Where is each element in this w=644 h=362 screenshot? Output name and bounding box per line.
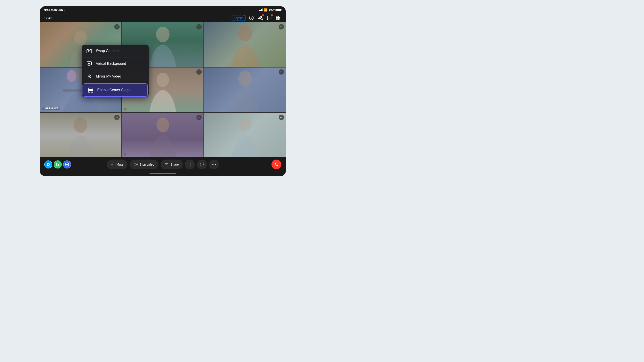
toolbar: Mute Stop video Share	[40, 157, 286, 172]
battery-percent: 100%	[269, 8, 276, 11]
share-button[interactable]: Share	[160, 160, 183, 169]
swap-camera-icon	[86, 48, 92, 54]
participants-badge	[262, 14, 264, 16]
toolbar-center-buttons: Mute Stop video Share	[107, 160, 219, 169]
svg-point-20	[88, 50, 90, 52]
end-call-button[interactable]	[272, 160, 281, 169]
share-icon	[164, 162, 168, 166]
header-controls: Layout	[231, 15, 281, 21]
mirror-icon	[86, 73, 92, 79]
svg-rect-23	[88, 88, 90, 90]
grid-layout-button[interactable]	[275, 15, 281, 21]
bluetooth-button[interactable]	[185, 160, 195, 169]
reactions-button[interactable]	[197, 160, 207, 169]
home-indicator	[40, 172, 286, 176]
svg-point-15	[156, 73, 169, 87]
camera-icon	[134, 162, 138, 166]
mute-button[interactable]: Mute	[107, 160, 128, 169]
svg-point-40	[200, 163, 204, 166]
menu-item-virtual-background[interactable]: Virtual Background	[82, 57, 149, 70]
menu-item-mirror-video[interactable]: Mirror My Video	[82, 70, 149, 83]
app-icon-2[interactable]	[54, 160, 62, 168]
more-options-icon: ···	[212, 162, 216, 167]
participant-5-figure	[145, 67, 181, 112]
svg-point-10	[238, 25, 252, 41]
menu-item-center-stage-label: Enable Center Stage	[97, 88, 130, 92]
more-options-8[interactable]: ···	[196, 115, 202, 120]
more-options-7[interactable]: ···	[114, 115, 120, 120]
video-grid: ··· ··· ···	[40, 22, 286, 157]
battery-indicator: 100%	[269, 8, 281, 11]
virtual-bg-icon	[86, 60, 92, 67]
meeting-time: 12:40	[44, 16, 52, 20]
participant-5-mute: 🎙	[124, 108, 126, 110]
svg-rect-30	[56, 163, 57, 166]
stop-video-button[interactable]: Stop video	[130, 160, 158, 169]
status-bar: 9:41 Mon Jun 3 📶 100%	[40, 6, 286, 13]
status-time: 9:41 Mon Jun 3	[44, 8, 65, 12]
meeting-header: 12:40 Layout	[40, 13, 286, 22]
menu-item-mirror-video-label: Mirror My Video	[96, 74, 121, 78]
more-options-1[interactable]: ···	[114, 24, 120, 29]
more-options-9[interactable]: ···	[278, 115, 284, 120]
svg-rect-5	[278, 16, 280, 17]
svg-point-8	[74, 31, 87, 45]
svg-rect-26	[91, 90, 93, 92]
battery-icon	[276, 9, 281, 11]
video-cell-6[interactable]: ···	[204, 67, 286, 112]
svg-rect-24	[91, 88, 93, 90]
context-menu: Swap Camera Virtual Background	[82, 45, 149, 97]
more-options-button[interactable]: ···	[209, 160, 219, 169]
muted-icon-8: 🎙	[124, 153, 126, 156]
svg-point-33	[66, 164, 68, 165]
mute-label: Mute	[116, 163, 124, 166]
menu-item-center-stage[interactable]: Enable Center Stage	[82, 83, 148, 97]
svg-point-19	[239, 116, 251, 131]
stop-video-label: Stop video	[140, 163, 154, 166]
wifi-icon: 📶	[264, 8, 268, 12]
status-right: 📶 100%	[259, 8, 281, 12]
toolbar-left-apps	[44, 160, 71, 168]
svg-rect-4	[276, 16, 278, 17]
app-icon-1[interactable]	[44, 160, 52, 168]
app-3-icon	[65, 162, 69, 167]
participant-6-figure	[227, 67, 263, 112]
svg-point-29	[48, 164, 49, 165]
participant-7-figure	[62, 113, 98, 157]
participant-3-figure	[227, 22, 263, 67]
menu-item-swap-camera[interactable]: Swap Camera	[82, 45, 149, 57]
center-stage-icon	[88, 87, 94, 93]
participant-8-figure	[145, 113, 181, 157]
video-cell-3[interactable]: ···	[204, 22, 286, 67]
microphone-icon	[111, 162, 115, 166]
video-cell-7[interactable]: ···	[40, 113, 122, 157]
muted-icon-5: 🎙	[124, 108, 126, 110]
svg-point-11	[67, 70, 76, 82]
svg-rect-7	[278, 18, 280, 20]
home-bar	[149, 173, 176, 174]
svg-point-3	[259, 16, 260, 18]
app-icon-3[interactable]	[63, 160, 71, 168]
chat-button[interactable]	[266, 15, 272, 21]
svg-rect-25	[88, 90, 90, 92]
bluetooth-icon	[188, 162, 192, 166]
participant-4-label: 🎙 GREAT WALL	[42, 107, 60, 110]
layout-button[interactable]: Layout	[231, 15, 246, 21]
video-cell-8[interactable]: ··· 🎙	[122, 113, 204, 157]
reactions-icon	[200, 162, 204, 166]
svg-rect-34	[112, 163, 113, 165]
svg-rect-37	[134, 164, 136, 165]
share-label: Share	[170, 163, 179, 166]
app-1-icon	[46, 162, 50, 167]
more-options-3[interactable]: ···	[278, 24, 284, 29]
info-button[interactable]	[248, 15, 254, 21]
menu-item-swap-camera-label: Swap Camera	[96, 49, 118, 53]
svg-point-17	[74, 117, 87, 133]
participants-button[interactable]	[257, 15, 264, 21]
svg-point-18	[156, 117, 169, 132]
video-cell-9[interactable]: ···	[204, 113, 286, 157]
svg-point-16	[238, 71, 252, 86]
participant-8-mute: 🎙	[124, 153, 126, 156]
end-call-icon	[274, 162, 278, 167]
device-frame: 9:41 Mon Jun 3 📶 100% 12:40 Layout	[40, 6, 286, 176]
